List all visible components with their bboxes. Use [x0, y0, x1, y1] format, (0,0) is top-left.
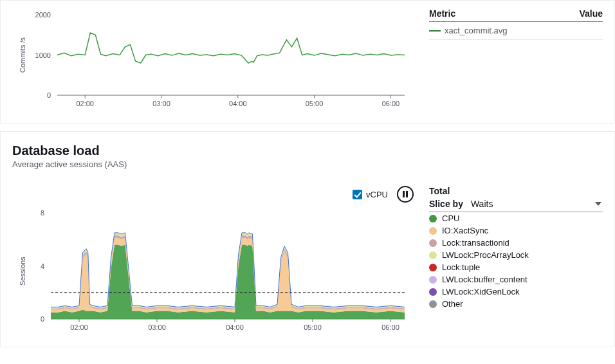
svg-text:02:00: 02:00 [70, 323, 88, 331]
svg-text:8: 8 [41, 209, 44, 217]
legend-item[interactable]: IO:XactSync [429, 224, 603, 237]
legend-item[interactable]: Other [429, 298, 603, 310]
commits-chart: Commits /s 01000200002:0003:0004:0005:00… [12, 8, 414, 111]
legend-dot-icon [429, 227, 437, 235]
vcpu-checkbox[interactable]: vCPU [353, 190, 388, 199]
legend-dot-icon [429, 288, 437, 296]
dbload-legend: Total Slice by Waits CPUIO:XactSyncLock:… [429, 186, 603, 335]
metric-legend: Metric Value xact_commit.avg [429, 8, 603, 111]
legend-label: Lock:transactionid [442, 238, 509, 248]
vcpu-label: vCPU [366, 190, 388, 199]
legend-label: LWLock:XidGenLock [442, 287, 519, 296]
svg-text:04:00: 04:00 [226, 323, 244, 331]
legend-item[interactable]: LWLock:buffer_content [429, 273, 603, 286]
dbload-title: Database load [12, 143, 603, 158]
legend-label: CPU [442, 214, 459, 223]
legend-item[interactable]: Lock:tuple [429, 261, 603, 273]
metric-name: xact_commit.avg [445, 26, 508, 35]
legend-total: Total [429, 186, 603, 197]
dbload-controls: vCPU [12, 186, 414, 206]
pause-icon [403, 191, 408, 197]
svg-text:04:00: 04:00 [229, 100, 247, 107]
checkbox-icon [353, 190, 362, 199]
legend-item[interactable]: CPU [429, 212, 603, 224]
legend-item[interactable]: LWLock:ProcArrayLock [429, 249, 603, 261]
commits-panel: Commits /s 01000200002:0003:0004:0005:00… [0, 0, 615, 123]
dbload-subtitle: Average active sessions (AAS) [12, 159, 603, 169]
slice-by-label: Slice by [429, 199, 463, 209]
svg-text:4: 4 [41, 262, 44, 270]
svg-text:02:00: 02:00 [76, 100, 94, 107]
legend-dot-icon [429, 264, 437, 271]
pause-button[interactable] [397, 186, 414, 203]
svg-text:05:00: 05:00 [304, 323, 322, 331]
slice-by-select[interactable]: Waits [470, 199, 603, 209]
legend-item[interactable]: LWLock:XidGenLock [429, 286, 603, 298]
dbload-svg: 04802:0003:0004:0005:0006:00 [12, 206, 411, 335]
chevron-down-icon [595, 202, 601, 206]
svg-text:1000: 1000 [35, 51, 51, 59]
legend-label: IO:XactSync [442, 226, 488, 235]
svg-text:06:00: 06:00 [381, 323, 399, 331]
dbload-ylabel: Sessions [19, 257, 26, 286]
slice-by-value: Waits [471, 199, 493, 209]
svg-text:03:00: 03:00 [148, 323, 166, 331]
svg-text:05:00: 05:00 [306, 100, 324, 107]
legend-dot-icon [429, 239, 437, 247]
legend-label: Other [442, 299, 463, 309]
svg-text:0: 0 [47, 91, 51, 99]
svg-text:03:00: 03:00 [152, 100, 170, 107]
commits-svg: 01000200002:0003:0004:0005:0006:00 [12, 8, 411, 111]
line-swatch-icon [429, 30, 441, 32]
legend-dot-icon [429, 276, 437, 284]
legend-label: LWLock:buffer_content [442, 275, 528, 284]
dbload-chart-area: vCPU Sessions 04802:0003:0004:0005:0006:… [12, 186, 414, 335]
metric-col-header: Metric [429, 8, 455, 19]
dbload-panel: Database load Average active sessions (A… [0, 131, 615, 347]
legend-dot-icon [429, 251, 437, 259]
legend-label: LWLock:ProcArrayLock [442, 250, 529, 260]
svg-text:0: 0 [41, 315, 44, 323]
svg-text:2000: 2000 [35, 11, 51, 19]
legend-dot-icon [429, 215, 437, 223]
svg-text:06:00: 06:00 [382, 100, 400, 107]
legend-label: Lock:tuple [442, 262, 480, 272]
metric-row[interactable]: xact_commit.avg [429, 22, 603, 40]
legend-item[interactable]: Lock:transactionid [429, 237, 603, 249]
value-col-header: Value [579, 8, 603, 19]
legend-dot-icon [429, 300, 437, 308]
commits-ylabel: Commits /s [19, 37, 26, 73]
